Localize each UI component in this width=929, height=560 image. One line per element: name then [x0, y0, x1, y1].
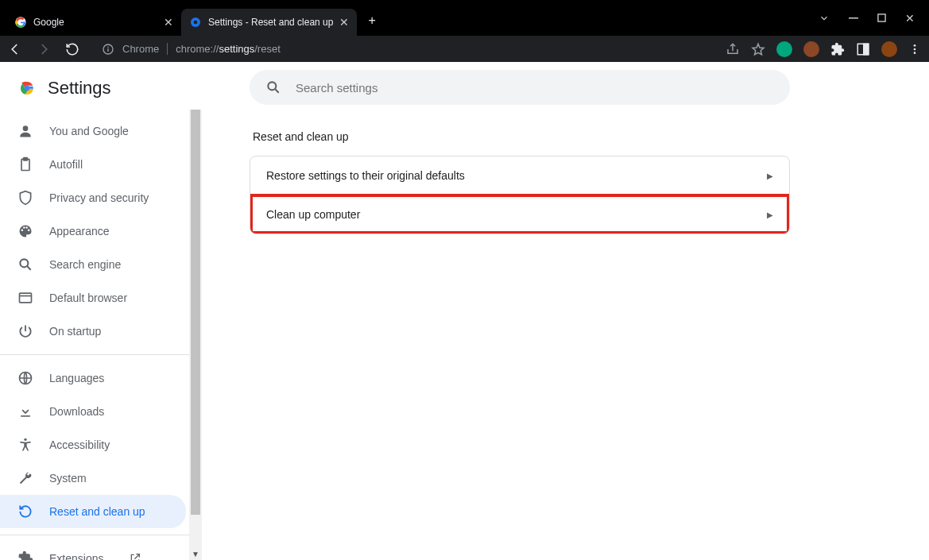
- chrome-logo-icon: [17, 79, 37, 98]
- back-button[interactable]: [8, 42, 22, 56]
- tab-google[interactable]: Google ✕: [6, 9, 181, 36]
- close-icon[interactable]: ✕: [164, 16, 173, 29]
- window-titlebar: Google ✕ Settings - Reset and clean up ✕…: [0, 0, 929, 36]
- maximize-button[interactable]: [877, 14, 886, 22]
- sidebar-label: Search engine: [49, 258, 121, 271]
- row-clean-up-computer[interactable]: Clean up computer ▶: [250, 195, 789, 234]
- divider: [0, 535, 202, 535]
- chevron-right-icon: ▶: [767, 210, 773, 219]
- svg-point-11: [914, 48, 916, 50]
- settings-sidebar: Settings You and Google Autofill Privacy…: [0, 62, 202, 560]
- bookmark-icon[interactable]: [751, 42, 765, 56]
- puzzle-icon: [17, 550, 33, 560]
- settings-main: Reset and clean up Restore settings to t…: [202, 62, 929, 560]
- svg-rect-22: [21, 415, 30, 417]
- sidebar-item-default-browser[interactable]: Default browser: [0, 281, 202, 315]
- svg-point-15: [25, 86, 29, 90]
- address-bar[interactable]: Chrome chrome://settings/reset: [94, 43, 711, 56]
- chrome-menu-icon[interactable]: [908, 43, 921, 56]
- sidebar-item-extensions[interactable]: Extensions: [0, 542, 202, 560]
- sidebar-label: System: [49, 472, 87, 485]
- close-icon[interactable]: ✕: [339, 16, 349, 29]
- sidebar-item-accessibility[interactable]: Accessibility: [0, 428, 202, 462]
- reset-card: Restore settings to their original defau…: [250, 156, 790, 234]
- svg-point-19: [20, 259, 28, 267]
- sidebar-item-privacy[interactable]: Privacy and security: [0, 181, 202, 214]
- download-icon: [17, 404, 33, 419]
- sidebar-label: Accessibility: [49, 438, 110, 451]
- extensions-icon[interactable]: [830, 42, 845, 56]
- settings-favicon: [189, 16, 202, 29]
- sidebar-label: Extensions: [49, 552, 103, 560]
- scrollbar-track[interactable]: ▼: [189, 110, 202, 560]
- site-info-icon[interactable]: [102, 43, 114, 56]
- sidebar-label: You and Google: [49, 125, 129, 137]
- sidebar-label: On startup: [49, 325, 101, 338]
- browser-toolbar: Chrome chrome://settings/reset: [0, 36, 929, 62]
- browser-icon: [17, 290, 33, 306]
- profile-avatar[interactable]: [881, 41, 897, 57]
- window-close-button[interactable]: ✕: [905, 12, 915, 25]
- svg-point-10: [914, 44, 916, 47]
- sidebar-title: Settings: [48, 78, 111, 98]
- svg-rect-4: [878, 14, 885, 21]
- reset-icon: [17, 504, 33, 519]
- sidebar-header: Settings: [0, 62, 202, 114]
- sidebar-item-system[interactable]: System: [0, 462, 202, 495]
- power-icon: [17, 323, 33, 339]
- extension-cookie[interactable]: [803, 41, 819, 57]
- forward-button[interactable]: [37, 42, 51, 56]
- svg-point-6: [107, 46, 109, 48]
- sidebar-item-search-engine[interactable]: Search engine: [0, 248, 202, 281]
- svg-point-2: [194, 20, 198, 24]
- search-icon: [265, 79, 281, 95]
- row-restore-defaults[interactable]: Restore settings to their original defau…: [250, 156, 789, 195]
- chevron-right-icon: ▶: [767, 172, 773, 180]
- scroll-down-button[interactable]: ▼: [189, 547, 202, 560]
- reading-list-icon[interactable]: [856, 42, 870, 56]
- omnibox-site-hint: Chrome: [122, 43, 168, 55]
- google-favicon: [14, 16, 27, 29]
- settings-search[interactable]: [250, 70, 790, 105]
- sidebar-item-appearance[interactable]: Appearance: [0, 214, 202, 248]
- section-title: Reset and clean up: [253, 130, 790, 143]
- page-content: Settings You and Google Autofill Privacy…: [0, 62, 929, 560]
- svg-rect-7: [107, 48, 108, 52]
- scrollbar-thumb[interactable]: [191, 110, 200, 515]
- sidebar-label: Default browser: [49, 292, 127, 304]
- share-icon[interactable]: [726, 42, 740, 56]
- sidebar-item-reset[interactable]: Reset and clean up: [0, 495, 186, 528]
- reload-button[interactable]: [65, 42, 79, 56]
- svg-rect-9: [864, 44, 869, 55]
- extension-grammarly[interactable]: [776, 41, 792, 57]
- sidebar-item-autofill[interactable]: Autofill: [0, 148, 202, 181]
- svg-point-24: [268, 82, 276, 90]
- shield-icon: [17, 190, 33, 206]
- omnibox-url: chrome://settings/reset: [176, 43, 281, 55]
- sidebar-label: Privacy and security: [49, 191, 149, 204]
- external-link-icon: [129, 552, 141, 560]
- wrench-icon: [17, 470, 33, 486]
- search-icon: [17, 257, 33, 272]
- minimize-button[interactable]: [849, 14, 858, 23]
- new-tab-button[interactable]: +: [368, 14, 375, 28]
- sidebar-label: Languages: [49, 372, 104, 384]
- accessibility-icon: [17, 437, 33, 453]
- tab-title: Google: [33, 17, 157, 28]
- sidebar-item-you-and-google[interactable]: You and Google: [0, 114, 202, 148]
- person-icon: [17, 123, 33, 139]
- tab-settings-active[interactable]: Settings - Reset and clean up ✕: [181, 9, 357, 36]
- palette-icon: [17, 223, 33, 239]
- settings-search-input[interactable]: [296, 81, 774, 95]
- row-label: Restore settings to their original defau…: [266, 169, 465, 182]
- sidebar-item-languages[interactable]: Languages: [0, 361, 202, 395]
- row-label: Clean up computer: [266, 208, 360, 221]
- svg-rect-3: [849, 17, 858, 19]
- chevron-down-icon[interactable]: [819, 13, 830, 24]
- sidebar-item-downloads[interactable]: Downloads: [0, 395, 202, 428]
- sidebar-item-on-startup[interactable]: On startup: [0, 315, 202, 348]
- window-controls: ✕: [819, 12, 923, 25]
- sidebar-label: Appearance: [49, 225, 110, 238]
- svg-point-23: [24, 438, 26, 441]
- sidebar-label: Downloads: [49, 405, 104, 418]
